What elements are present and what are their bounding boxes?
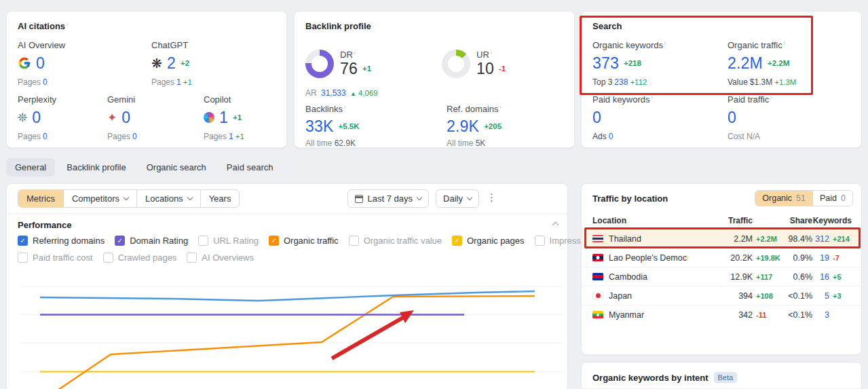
laos-flag-icon	[592, 254, 603, 261]
pages-link[interactable]: 0	[132, 132, 137, 141]
keywords-link[interactable]: 5	[825, 291, 829, 301]
keywords-link[interactable]: 3	[825, 310, 829, 320]
checkbox-box[interactable]	[103, 253, 113, 263]
checkbox-box[interactable]	[198, 236, 208, 246]
ur-donut-chart	[442, 50, 470, 78]
checkbox-box[interactable]	[535, 236, 545, 246]
table-row-thailand[interactable]: Thailand 2.2M+2.2M 98.4% 312+214	[582, 229, 861, 248]
kebab-menu-icon[interactable]: ⋮	[484, 192, 499, 202]
myanmar-flag-icon	[592, 311, 603, 318]
keywords-link[interactable]: 16	[820, 272, 829, 282]
ref-domains-link[interactable]: 2.9K	[447, 117, 479, 136]
metric-ai-overview: AI Overview 0 Pages0	[18, 40, 65, 87]
tab-backlink-profile[interactable]: Backlink profile	[58, 158, 134, 177]
keywords-link[interactable]: 19	[820, 253, 829, 263]
ai-citations-title: AI citationsi	[18, 21, 68, 31]
keywords-link[interactable]: 312	[815, 234, 829, 244]
pages-link[interactable]: 1	[176, 77, 181, 87]
ur-value: 10	[476, 60, 494, 78]
competitors-dropdown[interactable]: Competitors	[63, 190, 136, 207]
traffic-by-location-card: Traffic by location Organic51 Paid0 Loca…	[581, 183, 862, 355]
checkbox-box[interactable]	[187, 253, 197, 263]
search-card: Search Organic keywordsi 373 +218 Top 32…	[581, 11, 862, 148]
google-icon	[18, 56, 31, 70]
table-row-cambodia[interactable]: Cambodia 12.9K+117 0.6% 16+5	[582, 267, 861, 286]
checkbox-organic-traffic-value[interactable]: Organic traffic value	[349, 236, 442, 246]
tab-organic-search[interactable]: Organic search	[138, 158, 215, 177]
toggle-organic[interactable]: Organic51	[755, 191, 812, 206]
checkbox-box[interactable]	[269, 236, 279, 246]
ads-link[interactable]: 0	[609, 132, 614, 141]
info-icon: i	[770, 94, 772, 100]
pages-link[interactable]: 0	[43, 77, 48, 87]
metric-paid-traffic: Paid traffici 0 Cost N/A	[728, 94, 772, 141]
checkbox-organic-traffic[interactable]: Organic traffic	[269, 236, 339, 246]
organic-keywords-link[interactable]: 373	[592, 54, 619, 73]
copilot-value: 1	[219, 109, 228, 127]
metric-perplexity: Perplexity ❊ 0 Pages0	[18, 94, 56, 141]
ai-citations-card: AI citationsi AI Overview 0 Pages0 ChatG…	[6, 11, 287, 148]
metric-gemini: Gemini ✦ 0 Pages0	[107, 94, 137, 141]
organic-traffic-link[interactable]: 2.2M	[728, 54, 763, 73]
pages-link[interactable]: 1	[229, 132, 233, 141]
perplexity-value: 0	[32, 109, 41, 127]
metrics-button[interactable]: Metrics	[18, 190, 63, 207]
metric-chatgpt: ChatGPT ❋ 2 +2 Pages1+1	[151, 40, 192, 87]
toggle-paid[interactable]: Paid0	[812, 191, 852, 206]
performance-card: Metrics Competitors Locations Years Last…	[6, 183, 568, 389]
tab-paid-search[interactable]: Paid search	[218, 158, 282, 177]
checkbox-referring-domains[interactable]: Referring domains	[18, 236, 105, 246]
info-icon: i	[664, 40, 666, 46]
checkbox-crawled-pages[interactable]: Crawled pages	[103, 253, 177, 263]
checkbox-box[interactable]	[452, 236, 462, 246]
pages-link[interactable]: 0	[43, 132, 48, 141]
info-icon: i	[652, 94, 653, 100]
location-table-header: Location Traffic Share Keywords	[582, 214, 861, 227]
info-icon: i	[344, 104, 345, 110]
table-row-laos[interactable]: Lao People's Democratic Reput 20.2K+19.8…	[582, 248, 861, 267]
metric-dr: DRi 76 +1	[305, 50, 371, 78]
metric-organic-keywords: Organic keywordsi 373 +218 Top 3238+112	[592, 40, 666, 87]
info-icon: i	[500, 104, 502, 110]
performance-title: Performance	[18, 220, 71, 230]
ar-row: AR 31,533 ▲4,069	[305, 88, 378, 98]
table-row-myanmar[interactable]: Myanmar 342-11 <0.1% 3	[582, 305, 861, 324]
annotation-arrow	[332, 310, 414, 358]
locations-dropdown[interactable]: Locations	[136, 190, 200, 207]
toolbar-divider	[7, 213, 567, 214]
chevron-down-icon	[124, 195, 129, 200]
checkbox-box[interactable]	[18, 253, 28, 263]
checkbox-paid-traffic-cost[interactable]: Paid traffic cost	[18, 253, 93, 263]
paid-traffic-value: 0	[728, 109, 736, 127]
checkbox-box[interactable]	[115, 236, 125, 246]
top3-link[interactable]: 238	[614, 77, 628, 87]
granularity-dropdown[interactable]: Daily	[436, 189, 479, 208]
backlinks-link[interactable]: 33K	[305, 117, 334, 136]
perplexity-icon: ❊	[18, 112, 27, 124]
location-table-body: Thailand 2.2M+2.2M 98.4% 312+214 Lao Peo…	[582, 229, 861, 324]
table-row-japan[interactable]: Japan 394+108 <0.1% 5+3	[582, 286, 861, 305]
chevron-down-icon	[467, 195, 472, 200]
checkbox-box[interactable]	[18, 236, 28, 246]
checkbox-organic-pages[interactable]: Organic pages	[452, 236, 525, 246]
keywords-by-intent-title: Organic keywords by intent Beta	[592, 372, 737, 383]
tab-general[interactable]: General	[6, 158, 55, 177]
checkbox-ai-overviews[interactable]: AI Overviews	[187, 253, 254, 263]
metric-ur: URi 10 -1	[442, 50, 506, 78]
search-title: Search	[592, 21, 622, 31]
checkbox-domain-rating[interactable]: Domain Rating	[115, 236, 188, 246]
up-triangle-icon: ▲	[350, 90, 356, 97]
japan-flag-icon	[592, 292, 603, 299]
chatgpt-icon: ❋	[151, 57, 162, 70]
date-range-dropdown[interactable]: Last 7 days	[347, 189, 430, 208]
ar-link[interactable]: 31,533	[321, 88, 346, 98]
dr-value: 76	[340, 60, 358, 78]
metric-paid-keywords: Paid keywordsi 0 Ads0	[592, 94, 652, 141]
metric-backlinks: Backlinksi 33K +5.5K All time 62.9K	[305, 104, 360, 148]
info-icon: i	[784, 40, 785, 46]
checkbox-url-rating[interactable]: URL Rating	[198, 236, 259, 246]
collapse-chevron-icon[interactable]	[552, 222, 559, 229]
copilot-icon	[204, 112, 214, 123]
years-button[interactable]: Years	[200, 190, 240, 207]
checkbox-box[interactable]	[349, 236, 359, 246]
